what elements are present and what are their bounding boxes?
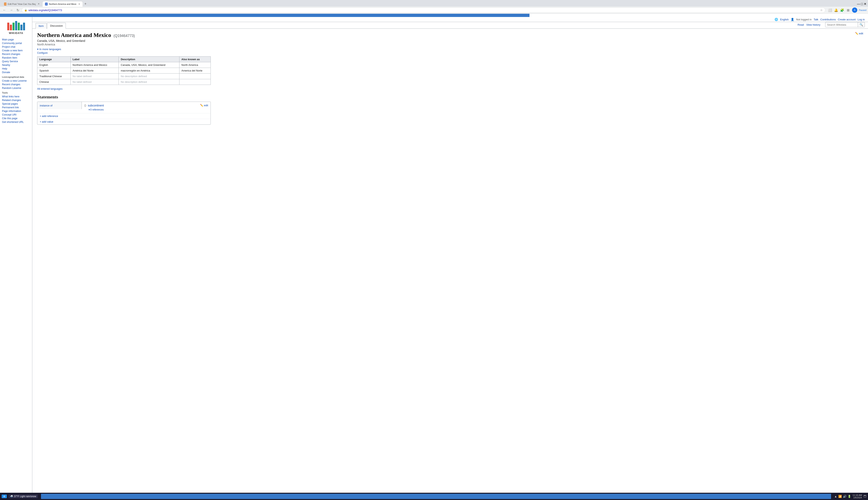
references-toggle-0[interactable]: ▾ 0 references bbox=[89, 108, 195, 111]
battery-icon[interactable]: 🔋 bbox=[848, 495, 851, 498]
sidebar: WIKIDATA Main page Community portal Proj… bbox=[0, 17, 32, 499]
sidebar-item-random-lexeme[interactable]: Random Lexeme bbox=[2, 86, 30, 90]
taskbar-weather-item[interactable]: 🌧️ 37°F Light rain/snow bbox=[9, 495, 38, 498]
taskbar-weather-temp: 37°F bbox=[14, 495, 19, 498]
statements-title: Statements bbox=[37, 94, 863, 100]
lang-col-header: Language bbox=[37, 57, 71, 62]
sidebar-item-special-pages[interactable]: Special pages bbox=[2, 102, 30, 106]
sidebar-item-create-new-lexeme[interactable]: Create a new Lexeme bbox=[2, 79, 30, 83]
sidebar-item-community-portal[interactable]: Community portal bbox=[2, 42, 30, 45]
sidebar-item-get-shortened-url[interactable]: Get shortened URL bbox=[2, 120, 30, 124]
tab-close-1[interactable]: ✕ bbox=[38, 3, 39, 5]
edit-descriptions-button[interactable]: ✏️ edit bbox=[855, 32, 863, 35]
language-link[interactable]: English bbox=[780, 18, 789, 21]
all-languages-link[interactable]: All entered languages bbox=[37, 87, 863, 90]
property-link-0[interactable]: instance of bbox=[40, 104, 52, 107]
sidebar-item-project-chat[interactable]: Project chat bbox=[2, 45, 30, 49]
browser-chrome: SE Edit Post "How Can You Begin... ✕ W N… bbox=[0, 0, 868, 14]
url-input[interactable] bbox=[28, 9, 819, 12]
taskbar-clock: 11:16 AM bbox=[853, 494, 862, 496]
network-icon[interactable]: 📶 bbox=[838, 495, 842, 498]
back-button[interactable]: ← bbox=[2, 8, 7, 12]
view-history-link[interactable]: View history bbox=[806, 23, 820, 26]
volume-icon[interactable]: 🔊 bbox=[843, 495, 846, 498]
tab-1[interactable]: SE Edit Post "How Can You Begin... ✕ bbox=[2, 1, 42, 7]
description-sub: North America bbox=[37, 43, 863, 46]
search-button[interactable]: 🔍 bbox=[858, 22, 865, 27]
sidebar-item-query-service[interactable]: Query Service bbox=[2, 60, 30, 63]
minimize-button[interactable]: — bbox=[857, 2, 860, 6]
sidebar-item-related-changes[interactable]: Related changes bbox=[2, 98, 30, 102]
sidebar-item-donate[interactable]: Donate bbox=[2, 70, 30, 74]
chevron-down-icon: ▾ bbox=[37, 48, 38, 51]
sidebar-item-cite-this-page[interactable]: Cite this page bbox=[2, 116, 30, 120]
puzzle-icon[interactable]: 🧩 bbox=[840, 8, 844, 12]
language-icon: 🌐 bbox=[775, 18, 778, 21]
row-also-known-3 bbox=[179, 79, 211, 85]
forward-button[interactable]: → bbox=[9, 8, 14, 12]
search-input[interactable] bbox=[825, 22, 858, 27]
statement-edit-button-0[interactable]: ✏️ edit bbox=[200, 104, 208, 107]
configure-link[interactable]: Configure bbox=[37, 52, 863, 54]
table-row: Spanish América del Norte macrorregión e… bbox=[37, 68, 211, 73]
logo-bars bbox=[7, 21, 25, 30]
read-view-history: Read View history 🔍 bbox=[798, 22, 865, 29]
row-description-1: macrorregión en América bbox=[119, 68, 179, 73]
table-row: Chinese No label defined No description … bbox=[37, 79, 211, 85]
refresh-button[interactable]: ↻ bbox=[15, 8, 20, 12]
read-link[interactable]: Read bbox=[798, 23, 804, 26]
sidebar-item-permanent-link[interactable]: Permanent link bbox=[2, 106, 30, 109]
in-more-languages-toggle[interactable]: ▾ In more languages bbox=[37, 48, 863, 51]
tab-title-1: Edit Post "How Can You Begin... bbox=[8, 3, 36, 5]
logo-text: WIKIDATA bbox=[9, 32, 23, 35]
notifications-icon[interactable]: 🔔 bbox=[834, 8, 838, 12]
bookmark-icon[interactable]: ☆ bbox=[820, 9, 823, 12]
sidebar-item-recent-changes[interactable]: Recent changes bbox=[2, 52, 30, 56]
row-label-0: Northern America and Mexico bbox=[70, 62, 119, 68]
new-tab-button[interactable]: + bbox=[83, 2, 88, 6]
notification-center-icon[interactable]: 🗔 bbox=[864, 495, 866, 498]
sidebar-item-recent-changes-lex[interactable]: Recent changes bbox=[2, 83, 30, 86]
tools-section-title: Tools bbox=[2, 91, 30, 94]
add-reference-button[interactable]: + add reference bbox=[37, 113, 211, 119]
menu-icon[interactable]: ⊞ bbox=[846, 8, 851, 12]
blue-banner bbox=[0, 14, 529, 17]
sidebar-item-random-item[interactable]: Random Item bbox=[2, 56, 30, 60]
profile-button[interactable]: A bbox=[852, 8, 857, 13]
wikidata-logo: WIKIDATA bbox=[0, 19, 32, 38]
sidebar-item-what-links-here[interactable]: What links here bbox=[2, 95, 30, 98]
windows-icon: ⊞ bbox=[3, 495, 5, 498]
value-link-0[interactable]: subcontinent bbox=[88, 104, 104, 107]
lexicographical-section-title: Lexicographical data bbox=[2, 76, 30, 78]
sidebar-item-page-information[interactable]: Page information bbox=[2, 109, 30, 113]
chevron-down-icon-ref: ▾ bbox=[89, 108, 90, 111]
sidebar-item-nearby[interactable]: Nearby bbox=[2, 63, 30, 67]
start-button[interactable]: ⊞ bbox=[2, 495, 7, 498]
tab-item-item[interactable]: Item bbox=[36, 23, 47, 29]
row-description-3: No description defined bbox=[119, 79, 179, 85]
sidebar-item-create-new-item[interactable]: Create a new Item bbox=[2, 49, 30, 52]
maximize-button[interactable]: □ bbox=[861, 2, 863, 6]
logo-bar-3 bbox=[12, 23, 14, 30]
sidebar-nav: Main page Community portal Project chat … bbox=[0, 38, 32, 74]
tray-icon-1[interactable]: ▲ bbox=[834, 495, 837, 498]
tab-2[interactable]: W Northern America and Mexico ✕ bbox=[43, 1, 83, 7]
log-in-link[interactable]: Log in bbox=[858, 18, 865, 21]
plus-icon-val: + bbox=[40, 120, 42, 123]
sidebar-item-help[interactable]: Help bbox=[2, 67, 30, 70]
title-area: ✏️ edit Northern America and Mexico (Q19… bbox=[37, 32, 863, 46]
row-label-2: No label defined bbox=[70, 73, 119, 79]
tab-close-2[interactable]: ✕ bbox=[78, 3, 80, 5]
close-window-button[interactable]: ✕ bbox=[864, 2, 866, 6]
sidebar-item-concept-uri[interactable]: Concept URI bbox=[2, 113, 30, 116]
sidebar-item-main-page[interactable]: Main page bbox=[2, 38, 30, 42]
tab-item-discussion[interactable]: Discussion bbox=[47, 23, 66, 29]
create-account-link[interactable]: Create account bbox=[838, 18, 856, 21]
language-table: Language Label Description Also known as… bbox=[37, 56, 211, 85]
contributions-link[interactable]: Contributions bbox=[820, 18, 836, 21]
address-bar[interactable]: 🔒 ☆ bbox=[22, 8, 825, 13]
extensions-icon[interactable]: ⬜ bbox=[828, 8, 832, 12]
add-value-button[interactable]: + add value bbox=[37, 119, 211, 124]
not-logged-in: Not logged in bbox=[796, 18, 812, 21]
talk-link[interactable]: Talk bbox=[814, 18, 818, 21]
